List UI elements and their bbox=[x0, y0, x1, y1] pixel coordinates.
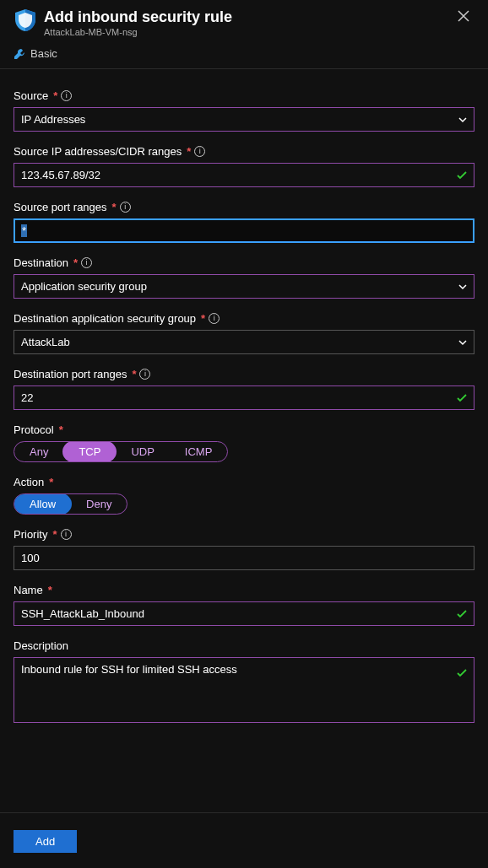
name-label: Name bbox=[14, 584, 43, 596]
info-icon[interactable]: i bbox=[61, 90, 72, 101]
close-button[interactable] bbox=[453, 8, 474, 24]
panel-title: Add inbound security rule bbox=[44, 8, 453, 26]
info-icon[interactable]: i bbox=[209, 313, 220, 324]
shield-icon bbox=[14, 8, 37, 32]
source-port-input[interactable]: * bbox=[14, 218, 474, 243]
panel-header: Add inbound security rule AttackLab-MB-V… bbox=[0, 0, 488, 42]
required-indicator: * bbox=[48, 584, 52, 596]
source-label: Source bbox=[14, 89, 48, 102]
required-indicator: * bbox=[73, 256, 78, 269]
info-icon[interactable]: i bbox=[61, 529, 72, 540]
protocol-label: Protocol bbox=[14, 423, 54, 436]
panel-footer: Add bbox=[0, 812, 488, 868]
required-indicator: * bbox=[53, 89, 57, 102]
priority-label: Priority bbox=[14, 528, 47, 541]
description-label: Description bbox=[14, 639, 68, 652]
info-icon[interactable]: i bbox=[194, 146, 205, 157]
destination-select[interactable]: Application security group bbox=[14, 274, 474, 299]
dest-asg-select[interactable]: AttackLab bbox=[14, 330, 474, 354]
info-icon[interactable]: i bbox=[81, 257, 92, 268]
action-group: Allow Deny bbox=[14, 493, 127, 515]
required-indicator: * bbox=[59, 423, 63, 436]
required-indicator: * bbox=[52, 528, 57, 541]
dest-asg-label: Destination application security group bbox=[14, 312, 196, 325]
panel-subtitle: AttackLab-MB-VM-nsg bbox=[44, 27, 453, 37]
source-port-label: Source port ranges bbox=[14, 201, 107, 213]
mode-label: Basic bbox=[30, 47, 57, 60]
info-icon[interactable]: i bbox=[139, 369, 150, 380]
required-indicator: * bbox=[201, 312, 205, 325]
required-indicator: * bbox=[49, 476, 53, 488]
action-option-deny[interactable]: Deny bbox=[71, 494, 127, 514]
required-indicator: * bbox=[187, 145, 191, 158]
protocol-option-udp[interactable]: UDP bbox=[116, 442, 169, 461]
wrench-icon bbox=[14, 48, 25, 60]
priority-input[interactable]: 100 bbox=[14, 546, 474, 570]
add-button[interactable]: Add bbox=[14, 830, 77, 853]
description-input[interactable]: Inbound rule for SSH for limited SSH acc… bbox=[14, 657, 474, 723]
name-input[interactable]: SSH_AttackLab_Inbound bbox=[14, 601, 474, 626]
form-area: Source * i IP Addresses Source IP addres… bbox=[0, 69, 488, 812]
source-select[interactable]: IP Addresses bbox=[14, 107, 474, 132]
protocol-option-tcp[interactable]: TCP bbox=[62, 441, 117, 462]
info-icon[interactable]: i bbox=[120, 202, 131, 213]
action-label: Action bbox=[14, 476, 44, 488]
protocol-group: Any TCP UDP ICMP bbox=[14, 441, 228, 462]
required-indicator: * bbox=[132, 368, 136, 380]
dest-port-input[interactable]: 22 bbox=[14, 385, 474, 410]
protocol-option-any[interactable]: Any bbox=[14, 442, 63, 461]
dest-port-label: Destination port ranges bbox=[14, 368, 127, 380]
required-indicator: * bbox=[112, 201, 117, 213]
source-ip-input[interactable]: 123.45.67.89/32 bbox=[14, 163, 474, 187]
source-ip-label: Source IP addresses/CIDR ranges bbox=[14, 145, 182, 158]
action-option-allow[interactable]: Allow bbox=[14, 493, 72, 515]
destination-label: Destination bbox=[14, 256, 68, 269]
mode-toggle[interactable]: Basic bbox=[0, 42, 488, 69]
protocol-option-icmp[interactable]: ICMP bbox=[170, 442, 228, 461]
